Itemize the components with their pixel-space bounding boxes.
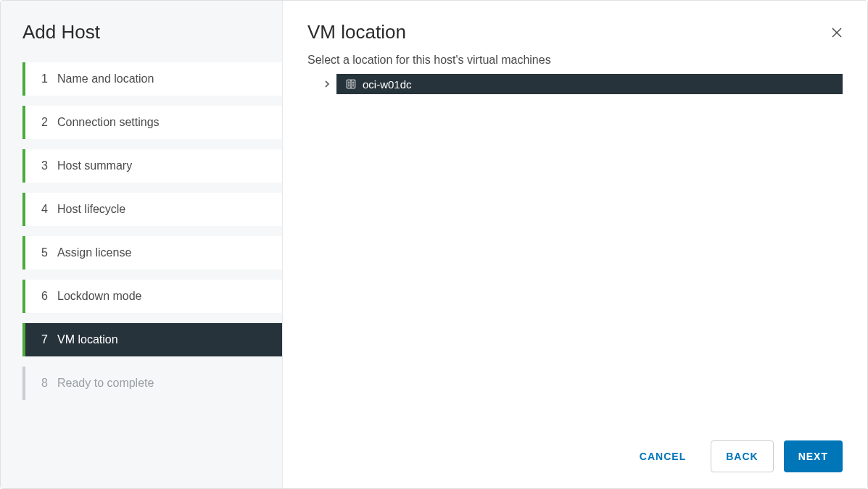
page-title: VM location	[307, 21, 843, 43]
close-button[interactable]	[828, 25, 846, 43]
datacenter-icon	[345, 78, 357, 90]
step-ready-to-complete: 8 Ready to complete	[22, 367, 282, 400]
add-host-wizard: Add Host 1 Name and location 2 Connectio…	[0, 0, 868, 489]
step-number: 7	[41, 333, 57, 346]
wizard-title: Add Host	[1, 1, 282, 62]
step-number: 8	[41, 377, 57, 390]
step-number: 1	[41, 72, 57, 85]
step-number: 2	[41, 116, 57, 129]
tree-node-label: oci-w01dc	[363, 78, 412, 91]
step-host-lifecycle[interactable]: 4 Host lifecycle	[22, 193, 282, 226]
step-number: 4	[41, 203, 57, 216]
step-label: Host lifecycle	[57, 203, 125, 216]
wizard-steps: 1 Name and location 2 Connection setting…	[1, 62, 282, 400]
step-number: 3	[41, 159, 57, 172]
wizard-footer: CANCEL BACK NEXT	[307, 426, 843, 472]
cancel-button[interactable]: CANCEL	[625, 440, 700, 472]
close-icon	[830, 26, 843, 42]
step-name-and-location[interactable]: 1 Name and location	[22, 62, 282, 96]
step-label: Name and location	[57, 72, 154, 85]
step-number: 6	[41, 290, 57, 303]
chevron-right-icon	[323, 78, 331, 91]
step-vm-location[interactable]: 7 VM location	[22, 323, 282, 356]
location-tree: oci-w01dc	[307, 74, 843, 94]
step-label: Host summary	[57, 159, 132, 172]
expand-toggle[interactable]	[318, 78, 336, 91]
step-label: Lockdown mode	[57, 290, 142, 303]
step-connection-settings[interactable]: 2 Connection settings	[22, 106, 282, 139]
step-number: 5	[41, 246, 57, 259]
back-button[interactable]: BACK	[711, 440, 773, 472]
tree-row: oci-w01dc	[318, 74, 843, 94]
page-subtitle: Select a location for this host's virtua…	[307, 54, 843, 67]
tree-node-datacenter[interactable]: oci-w01dc	[336, 74, 843, 94]
step-label: Ready to complete	[57, 377, 154, 390]
wizard-sidebar: Add Host 1 Name and location 2 Connectio…	[1, 1, 283, 488]
step-label: Assign license	[57, 246, 131, 259]
step-assign-license[interactable]: 5 Assign license	[22, 236, 282, 269]
step-lockdown-mode[interactable]: 6 Lockdown mode	[22, 280, 282, 313]
step-label: VM location	[57, 333, 118, 346]
step-label: Connection settings	[57, 116, 160, 129]
wizard-main: VM location Select a location for this h…	[283, 1, 867, 488]
next-button[interactable]: NEXT	[784, 440, 843, 472]
step-host-summary[interactable]: 3 Host summary	[22, 149, 282, 183]
